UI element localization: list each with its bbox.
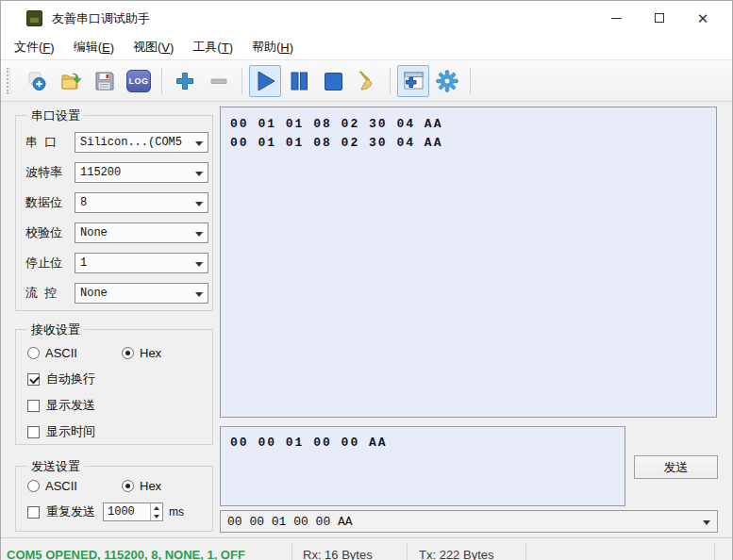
- chevron-down-icon: [195, 232, 203, 237]
- stopbits-row: 停止位 1: [25, 253, 208, 273]
- send-hex-radio[interactable]: Hex: [122, 478, 161, 493]
- receive-hex-line: 00 01 01 08 02 30 04 AA: [230, 134, 707, 153]
- baudrate-select[interactable]: 115200: [75, 162, 208, 183]
- serial-settings-title: 串口设置: [27, 107, 84, 124]
- app-icon: [26, 10, 42, 26]
- parity-select[interactable]: None: [75, 222, 208, 243]
- status-separator: [292, 542, 292, 560]
- spinner-arrows[interactable]: [150, 503, 162, 520]
- flowcontrol-select[interactable]: None: [75, 283, 208, 304]
- port-row: 串 口 Silicon...(COM5: [25, 132, 208, 153]
- add-button[interactable]: [169, 65, 201, 97]
- start-button[interactable]: [249, 65, 281, 97]
- send-hex-text: 00 00 01 00 00 AA: [230, 434, 615, 453]
- pause-icon: [288, 70, 310, 92]
- new-connection-button[interactable]: [21, 65, 53, 97]
- chevron-down-icon: [195, 292, 203, 297]
- menu-help[interactable]: 帮助(H): [242, 35, 303, 59]
- flowcontrol-row: 流 控 None: [25, 283, 208, 304]
- chevron-down-icon: [703, 520, 710, 525]
- chevron-down-icon: [195, 141, 203, 146]
- checkbox-icon: [27, 426, 40, 438]
- databits-row: 数据位 8: [25, 192, 208, 213]
- checkbox-icon: [27, 506, 40, 519]
- receive-settings-group: 接收设置 ASCII Hex 自动换行 显示发送 显示时间: [15, 329, 213, 445]
- play-icon: [253, 69, 277, 93]
- panel-toggle-button[interactable]: [397, 65, 429, 97]
- send-button[interactable]: 发送: [634, 455, 718, 479]
- menu-file[interactable]: 文件(F): [5, 35, 64, 59]
- checkbox-icon: [27, 400, 40, 412]
- interval-unit: ms: [169, 505, 184, 519]
- receive-hex-line: 00 01 01 08 02 30 04 AA: [230, 115, 707, 134]
- remove-button[interactable]: [203, 65, 235, 97]
- minus-icon: [208, 70, 230, 92]
- show-time-checkbox[interactable]: 显示时间: [27, 424, 95, 439]
- chevron-down-icon: [195, 262, 203, 267]
- radio-icon: [27, 347, 40, 359]
- spin-down-icon[interactable]: [151, 512, 162, 520]
- save-button[interactable]: [89, 65, 121, 97]
- broom-icon: [356, 70, 378, 92]
- pause-button[interactable]: [283, 65, 315, 97]
- stop-button[interactable]: [317, 65, 349, 97]
- serial-settings-group: 串口设置 串 口 Silicon...(COM5 波特率 115200 数据位 …: [15, 115, 213, 311]
- settings-button[interactable]: [431, 65, 463, 97]
- interval-spinbox[interactable]: 1000: [103, 502, 163, 521]
- minimize-icon: [611, 18, 622, 19]
- maximize-button[interactable]: [638, 1, 681, 35]
- menu-bar: 文件(F) 编辑(E) 视图(V) 工具(T) 帮助(H): [1, 35, 732, 59]
- recv-hex-radio[interactable]: Hex: [122, 345, 161, 360]
- toolbar-separator: [161, 68, 162, 94]
- parity-row: 校验位 None: [25, 222, 208, 243]
- spin-up-icon[interactable]: [151, 503, 162, 512]
- plus-icon: [174, 70, 196, 92]
- autowrap-checkbox[interactable]: 自动换行: [27, 371, 95, 387]
- new-connection-icon: [25, 70, 48, 92]
- send-history-combo[interactable]: 00 00 01 00 00 AA: [220, 510, 718, 533]
- checkbox-checked-icon: [27, 373, 40, 386]
- port-select[interactable]: Silicon...(COM5: [75, 132, 208, 153]
- status-separator: [407, 542, 408, 560]
- toolbar-separator: [470, 68, 471, 94]
- radio-selected-icon: [122, 347, 134, 359]
- log-button[interactable]: LOG: [123, 65, 155, 97]
- window-title: 友善串口调试助手: [52, 10, 150, 27]
- menu-tools[interactable]: 工具(T): [183, 35, 242, 59]
- status-separator: [714, 542, 715, 560]
- toolbar-separator: [390, 68, 391, 94]
- tx-counter: Tx: 222 Bytes: [419, 548, 493, 560]
- log-icon: LOG: [126, 70, 151, 92]
- menu-view[interactable]: 视图(V): [124, 35, 183, 59]
- save-icon: [93, 70, 116, 92]
- menu-edit[interactable]: 编辑(E): [64, 35, 124, 59]
- receive-data-area[interactable]: 00 01 01 08 02 30 04 AA 00 01 01 08 02 3…: [220, 107, 717, 418]
- status-bar: COM5 OPENED, 115200, 8, NONE, 1, OFF Rx:…: [1, 537, 732, 560]
- open-folder-icon: [59, 70, 82, 92]
- toolbar-grip[interactable]: [7, 68, 10, 94]
- repeat-send-checkbox[interactable]: 重复发送 1000 ms: [27, 504, 184, 519]
- title-bar: 友善串口调试助手 ✕: [1, 1, 732, 35]
- radio-icon: [27, 480, 40, 492]
- maximize-icon: [655, 13, 664, 23]
- show-sent-checkbox[interactable]: 显示发送: [27, 398, 95, 413]
- toolbar: LOG: [1, 59, 732, 102]
- rx-counter: Rx: 16 Bytes: [303, 548, 373, 560]
- baudrate-row: 波特率 115200: [25, 162, 208, 183]
- send-data-input[interactable]: 00 00 01 00 00 AA: [220, 426, 625, 506]
- recv-ascii-radio[interactable]: ASCII: [27, 345, 77, 360]
- gear-icon: [435, 69, 459, 93]
- radio-selected-icon: [122, 480, 134, 492]
- send-ascii-radio[interactable]: ASCII: [27, 478, 77, 493]
- app-window: 友善串口调试助手 ✕ 文件(F) 编辑(E) 视图(V) 工具(T) 帮助(H)…: [0, 0, 733, 560]
- send-settings-group: 发送设置 ASCII Hex 重复发送 1000 ms: [15, 466, 213, 532]
- send-settings-title: 发送设置: [27, 458, 84, 475]
- open-file-button[interactable]: [55, 65, 87, 97]
- minimize-button[interactable]: [594, 1, 638, 35]
- chevron-down-icon: [195, 172, 203, 176]
- databits-select[interactable]: 8: [75, 192, 208, 213]
- close-button[interactable]: ✕: [681, 1, 725, 35]
- clear-button[interactable]: [351, 65, 383, 97]
- close-icon: ✕: [697, 11, 709, 25]
- stopbits-select[interactable]: 1: [75, 253, 208, 273]
